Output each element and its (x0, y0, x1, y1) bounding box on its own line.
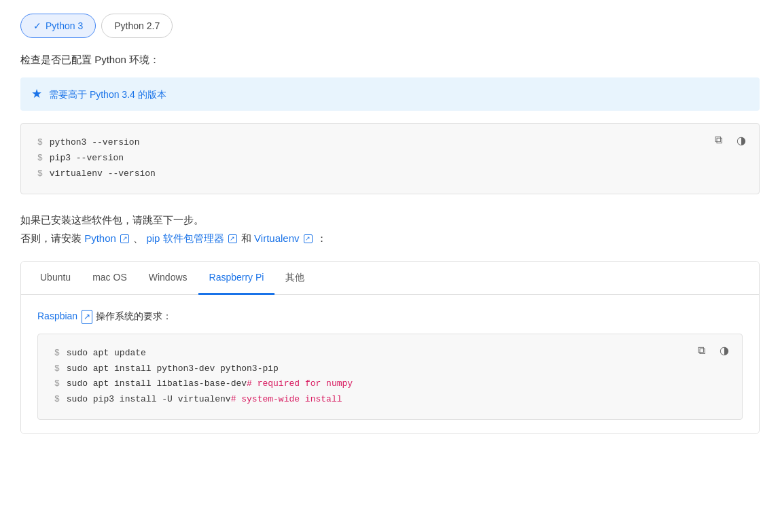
star-icon: ★ (31, 84, 42, 104)
raspberry-code-3: sudo apt install libatlas-base-dev (67, 377, 247, 391)
body-paragraph: 如果已安装这些软件包，请跳至下一步。 否则，请安装 Python ↗ 、 pip… (20, 211, 760, 247)
raspberry-code-2: sudo apt install python3-dev python3-pip (67, 362, 279, 376)
code-actions-raspberry: ⧉ ◑ (692, 341, 734, 360)
star-note-text: 需要高于 Python 3.4 的版本 (49, 87, 166, 102)
raspberry-prompt-4: $ (54, 393, 60, 407)
body-line1: 如果已安装这些软件包，请跳至下一步。 (20, 214, 204, 226)
raspberrypi-tab-content: Raspbian ↗ 操作系统的要求： ⧉ ◑ $ sudo apt updat… (21, 295, 759, 433)
separator-1: 、 (133, 232, 143, 244)
cmd-3: virtualenv --version (50, 167, 156, 181)
ext-icon-3: ↗ (304, 234, 313, 243)
os-tab-panel: Ubuntu mac OS Windows Raspberry Pi 其他 Ra… (20, 261, 760, 434)
theme-icon-raspberry: ◑ (720, 344, 729, 357)
raspberry-cmd-3: $ sudo apt install libatlas-base-dev # r… (54, 377, 726, 391)
tab-windows[interactable]: Windows (138, 262, 198, 295)
os-tab-bar: Ubuntu mac OS Windows Raspberry Pi 其他 (21, 262, 759, 295)
python3-label: Python 3 (46, 18, 83, 33)
python-link[interactable]: Python (84, 232, 116, 244)
raspberry-cmd-2: $ sudo apt install python3-dev python3-p… (54, 362, 726, 376)
prompt-1: $ (37, 136, 43, 150)
copy-icon-raspberry: ⧉ (698, 344, 705, 357)
tab-raspberrypi[interactable]: Raspberry Pi (198, 262, 275, 295)
raspberry-desc-suffix: 操作系统的要求： (96, 311, 172, 321)
raspberry-prompt-1: $ (54, 347, 60, 361)
raspberry-commands-block: ⧉ ◑ $ sudo apt update $ sudo apt install… (37, 334, 743, 420)
code-line-3: $ virtualenv --version (37, 167, 743, 181)
raspberry-prompt-2: $ (54, 362, 60, 376)
raspberry-code-1: sudo apt update (67, 347, 146, 361)
raspberry-prompt-3: $ (54, 377, 60, 391)
ext-icon-1: ↗ (120, 234, 129, 243)
python3-tab[interactable]: ✓ Python 3 (20, 14, 96, 38)
copy-button-raspberry[interactable]: ⧉ (692, 341, 711, 360)
cmd-2: pip3 --version (50, 152, 124, 166)
raspbian-ext-icon: ↗ (82, 310, 92, 324)
tab-ubuntu[interactable]: Ubuntu (29, 262, 82, 295)
tab-macos[interactable]: mac OS (82, 262, 138, 295)
python27-tab[interactable]: Python 2.7 (101, 14, 173, 38)
prompt-3: $ (37, 167, 43, 181)
copy-icon: ⧉ (715, 134, 722, 146)
check-commands-block: ⧉ ◑ $ python3 --version $ pip3 --version… (20, 123, 760, 194)
body-line2-suffix: ： (317, 232, 327, 244)
raspberry-comment-4: # system-wide install (231, 393, 342, 407)
raspberry-cmd-1: $ sudo apt update (54, 347, 726, 361)
ext-icon-2: ↗ (228, 234, 237, 243)
raspberry-comment-3: # required for numpy (247, 377, 353, 391)
raspberry-desc: Raspbian ↗ 操作系统的要求： (37, 308, 743, 324)
theme-button-top[interactable]: ◑ (732, 130, 751, 149)
pip-link[interactable]: pip 软件包管理器 (146, 232, 224, 244)
virtualenv-link[interactable]: Virtualenv (254, 232, 299, 244)
check-icon: ✓ (33, 18, 41, 33)
separator-2: 和 (241, 232, 254, 244)
cmd-1: python3 --version (50, 136, 140, 150)
code-line-2: $ pip3 --version (37, 152, 743, 166)
tab-other[interactable]: 其他 (274, 262, 315, 295)
raspbian-link[interactable]: Raspbian (37, 311, 77, 321)
code-actions-top: ⧉ ◑ (709, 130, 751, 149)
check-env-label: 检查是否已配置 Python 环境： (20, 52, 760, 68)
star-note: ★ 需要高于 Python 3.4 的版本 (20, 77, 760, 111)
raspberry-cmd-4: $ sudo pip3 install -U virtualenv # syst… (54, 393, 726, 407)
body-line2-prefix: 否则，请安装 (20, 232, 82, 244)
theme-icon: ◑ (737, 134, 746, 147)
prompt-2: $ (37, 152, 43, 166)
python27-label: Python 2.7 (114, 18, 160, 33)
code-line-1: $ python3 --version (37, 136, 743, 150)
copy-button-top[interactable]: ⧉ (709, 130, 728, 149)
raspberry-code-4: sudo pip3 install -U virtualenv (67, 393, 231, 407)
version-tabs: ✓ Python 3 Python 2.7 (20, 14, 760, 38)
theme-button-raspberry[interactable]: ◑ (715, 341, 734, 360)
